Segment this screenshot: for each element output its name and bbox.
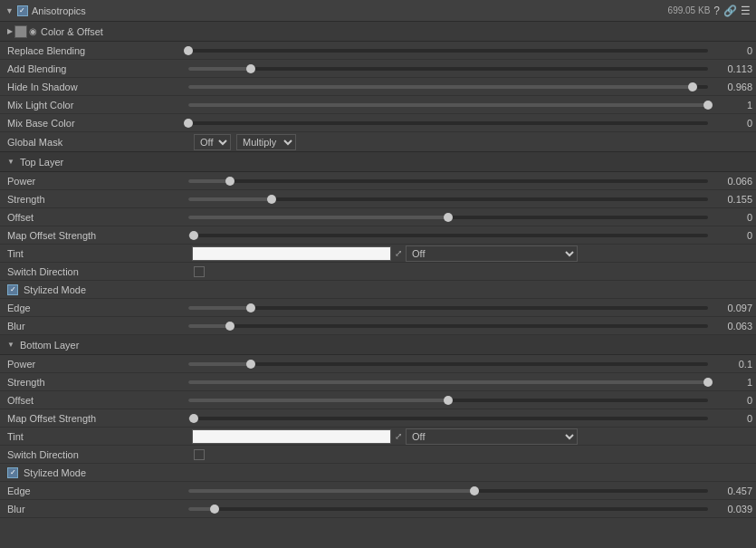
top-blur-row: Blur 0.063 bbox=[0, 317, 756, 335]
mix-base-color-slider[interactable] bbox=[188, 121, 708, 125]
bottom-stylized-checkbox[interactable]: ✓ bbox=[7, 467, 18, 478]
bottom-map-offset-control: 0 bbox=[188, 413, 752, 424]
add-blending-slider[interactable] bbox=[188, 67, 708, 71]
bottom-offset-slider[interactable] bbox=[188, 399, 708, 402]
bottom-offset-row: Offset 0 bbox=[0, 391, 756, 409]
file-size: 699.05 KB bbox=[668, 5, 711, 15]
top-edge-slider[interactable] bbox=[188, 306, 708, 310]
replace-blending-slider[interactable] bbox=[188, 49, 708, 53]
top-tint-color-bar[interactable] bbox=[192, 246, 391, 261]
add-blending-row: Add Blending 0.113 bbox=[0, 60, 756, 78]
top-strength-row: Strength 0.155 bbox=[0, 190, 756, 208]
link-icon[interactable]: 🔗 bbox=[723, 5, 737, 17]
color-offset-section-header[interactable]: ▶ ◉ Color & Offset bbox=[0, 22, 756, 42]
add-blending-control: 0.113 bbox=[188, 63, 752, 74]
top-edge-control: 0.097 bbox=[188, 303, 752, 313]
bottom-layer-section-header[interactable]: ▼ Bottom Layer bbox=[0, 335, 756, 355]
bottom-tint-color-bar[interactable] bbox=[192, 429, 391, 444]
bottom-edge-row: Edge 0.457 bbox=[0, 482, 756, 500]
bottom-blur-value[interactable]: 0.039 bbox=[712, 504, 752, 514]
enable-checkbox[interactable]: ✓ bbox=[17, 5, 28, 16]
bottom-edge-slider[interactable] bbox=[188, 489, 708, 493]
mix-light-color-value[interactable]: 1 bbox=[712, 100, 752, 111]
circle-icon: ◉ bbox=[29, 26, 37, 36]
panel-header-right: 699.05 KB ? 🔗 ☰ bbox=[668, 5, 751, 17]
bottom-offset-label: Offset bbox=[7, 395, 188, 406]
bottom-power-value[interactable]: 0.1 bbox=[712, 359, 752, 370]
top-stylized-label: Stylized Mode bbox=[24, 284, 86, 295]
panel-header-left: ▼ ✓ Anisotropics bbox=[5, 5, 668, 16]
collapse-arrow[interactable]: ▼ bbox=[5, 6, 14, 15]
top-map-offset-control: 0 bbox=[188, 230, 752, 241]
panel-header: ▼ ✓ Anisotropics 699.05 KB ? 🔗 ☰ bbox=[0, 0, 756, 22]
global-mask-dropdown[interactable]: Off bbox=[194, 134, 231, 150]
bottom-blur-slider[interactable] bbox=[188, 507, 708, 511]
top-map-offset-value[interactable]: 0 bbox=[712, 230, 752, 241]
top-tint-dropdown[interactable]: Off On bbox=[406, 245, 578, 262]
top-map-offset-label: Map Offset Strength bbox=[7, 230, 188, 241]
top-stylized-row: ✓ Stylized Mode bbox=[0, 281, 756, 299]
top-power-row: Power 0.066 bbox=[0, 172, 756, 190]
top-offset-control: 0 bbox=[188, 212, 752, 223]
top-layer-triangle: ▼ bbox=[7, 158, 14, 166]
mix-base-color-value[interactable]: 0 bbox=[712, 118, 752, 129]
top-layer-label: Top Layer bbox=[20, 157, 63, 168]
add-blending-value[interactable]: 0.113 bbox=[712, 63, 752, 74]
bottom-strength-control: 1 bbox=[188, 377, 752, 388]
top-edge-value[interactable]: 0.097 bbox=[712, 303, 752, 313]
add-blending-label: Add Blending bbox=[7, 63, 188, 74]
top-layer-section-header[interactable]: ▼ Top Layer bbox=[0, 152, 756, 172]
help-icon[interactable]: ? bbox=[713, 5, 720, 17]
bottom-map-offset-value[interactable]: 0 bbox=[712, 413, 752, 424]
top-edge-row: Edge 0.097 bbox=[0, 299, 756, 317]
top-power-label: Power bbox=[7, 176, 188, 187]
menu-icon[interactable]: ☰ bbox=[741, 5, 751, 17]
bottom-map-offset-slider[interactable] bbox=[188, 417, 708, 420]
hide-in-shadow-slider[interactable] bbox=[188, 85, 708, 89]
bottom-tint-dropdown[interactable]: Off On bbox=[406, 428, 578, 445]
bottom-stylized-row: ✓ Stylized Mode bbox=[0, 464, 756, 482]
bottom-edge-value[interactable]: 0.457 bbox=[712, 486, 752, 496]
top-strength-slider[interactable] bbox=[188, 197, 708, 201]
bottom-strength-label: Strength bbox=[7, 377, 188, 388]
top-switch-direction-label: Switch Direction bbox=[7, 266, 188, 277]
top-edge-label: Edge bbox=[7, 303, 188, 313]
bottom-power-slider[interactable] bbox=[188, 362, 708, 366]
bottom-tint-label: Tint bbox=[7, 431, 188, 442]
bottom-strength-value[interactable]: 1 bbox=[712, 377, 752, 388]
top-power-slider[interactable] bbox=[188, 179, 708, 183]
top-offset-value[interactable]: 0 bbox=[712, 212, 752, 223]
top-tint-row: Tint ⤢ Off On bbox=[0, 245, 756, 263]
top-blur-slider[interactable] bbox=[188, 324, 708, 328]
top-strength-value[interactable]: 0.155 bbox=[712, 194, 752, 205]
top-map-offset-slider[interactable] bbox=[188, 234, 708, 237]
replace-blending-value[interactable]: 0 bbox=[712, 45, 752, 56]
top-blur-label: Blur bbox=[7, 321, 188, 332]
mix-light-color-control: 1 bbox=[188, 100, 752, 111]
mix-light-color-label: Mix Light Color bbox=[7, 100, 188, 111]
bottom-strength-slider[interactable] bbox=[188, 380, 708, 384]
top-blur-control: 0.063 bbox=[188, 321, 752, 332]
top-offset-slider[interactable] bbox=[188, 216, 708, 219]
global-mask-blend-dropdown[interactable]: Multiply Normal Additive bbox=[236, 134, 296, 150]
top-blur-value[interactable]: 0.063 bbox=[712, 321, 752, 332]
top-power-value[interactable]: 0.066 bbox=[712, 176, 752, 187]
section-triangle: ▶ bbox=[7, 27, 13, 35]
color-offset-label: Color & Offset bbox=[41, 26, 103, 37]
replace-blending-row: Replace Blending 0 bbox=[0, 42, 756, 60]
bottom-offset-control: 0 bbox=[188, 395, 752, 406]
mix-light-color-slider[interactable] bbox=[188, 103, 708, 107]
bottom-power-control: 0.1 bbox=[188, 359, 752, 370]
bottom-power-label: Power bbox=[7, 359, 188, 370]
hide-in-shadow-value[interactable]: 0.968 bbox=[712, 82, 752, 92]
top-switch-direction-checkbox[interactable] bbox=[194, 266, 205, 277]
top-tint-picker-icon[interactable]: ⤢ bbox=[395, 248, 402, 258]
bottom-switch-direction-checkbox[interactable] bbox=[194, 449, 205, 460]
bottom-map-offset-label: Map Offset Strength bbox=[7, 413, 188, 424]
top-offset-label: Offset bbox=[7, 212, 188, 223]
top-stylized-checkbox[interactable]: ✓ bbox=[7, 284, 18, 295]
color-swatch bbox=[14, 25, 27, 38]
bottom-offset-value[interactable]: 0 bbox=[712, 395, 752, 406]
top-map-offset-row: Map Offset Strength 0 bbox=[0, 226, 756, 245]
bottom-tint-picker-icon[interactable]: ⤢ bbox=[395, 431, 402, 441]
